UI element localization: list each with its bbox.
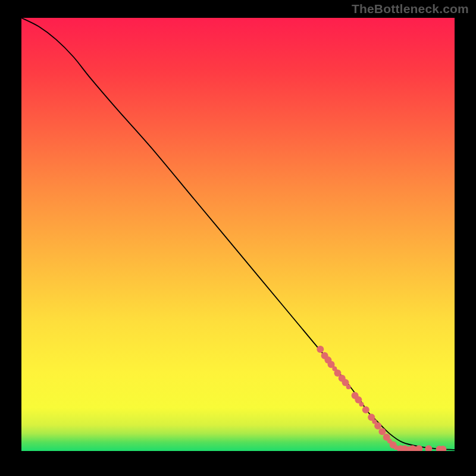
plot-area bbox=[21, 18, 455, 455]
watermark-text: TheBottleneck.com bbox=[352, 2, 469, 16]
background-gradient bbox=[21, 18, 455, 451]
chart-container: TheBottleneck.com bbox=[0, 0, 476, 476]
svg-rect-0 bbox=[21, 18, 455, 451]
